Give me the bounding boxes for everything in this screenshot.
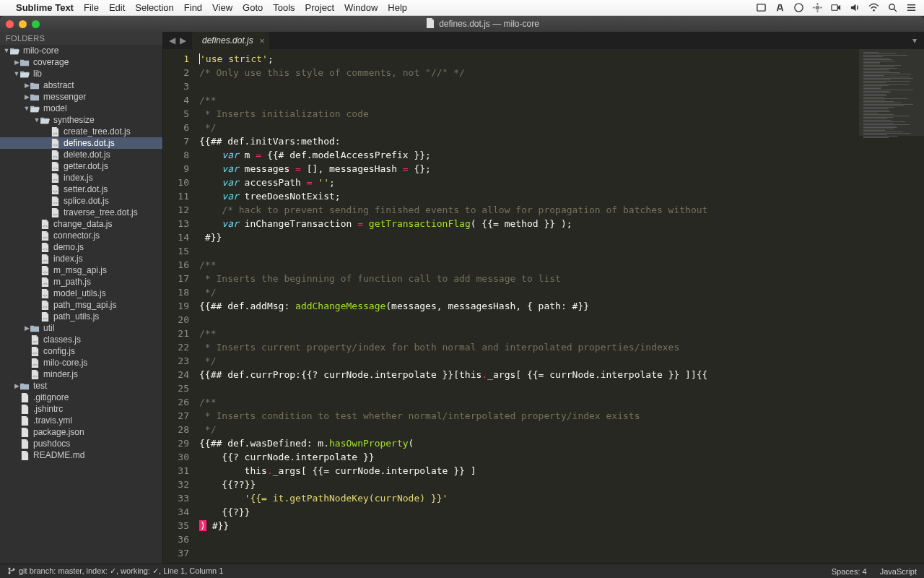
code-line[interactable]: /* Only use this style of comments, not … bbox=[195, 66, 859, 79]
menu-help[interactable]: Help bbox=[388, 2, 407, 13]
zoom-window-button[interactable] bbox=[32, 20, 40, 28]
code-line[interactable]: {{## def.initVars:method: bbox=[195, 134, 859, 148]
file-item-delete-dot-js[interactable]: <>delete.dot.js bbox=[0, 149, 162, 160]
minimap[interactable] bbox=[859, 49, 924, 564]
code-line[interactable]: {{## def.addMsg: addChangeMessage(messag… bbox=[195, 299, 859, 313]
disclosure-arrow-icon[interactable]: ▼ bbox=[13, 70, 20, 77]
line-number[interactable]: 2 bbox=[163, 66, 189, 79]
line-number[interactable]: 32 bbox=[163, 478, 189, 491]
file-item-setter-dot-js[interactable]: <>setter.dot.js bbox=[0, 184, 162, 195]
line-number[interactable]: 8 bbox=[163, 148, 189, 162]
file-item-index-js[interactable]: <>index.js bbox=[0, 253, 162, 264]
disclosure-arrow-icon[interactable]: ▼ bbox=[33, 116, 40, 124]
line-number[interactable]: 13 bbox=[163, 217, 189, 230]
line-number[interactable]: 5 bbox=[163, 107, 189, 121]
code-line[interactable]: var treeDoesNotExist; bbox=[195, 189, 859, 203]
code-line[interactable] bbox=[195, 546, 859, 560]
close-tab-icon[interactable]: × bbox=[259, 35, 265, 46]
folder-item-coverage[interactable]: ▶coverage bbox=[0, 56, 162, 68]
code-line[interactable] bbox=[195, 79, 859, 93]
code-line[interactable] bbox=[195, 244, 859, 258]
code-line[interactable] bbox=[195, 381, 859, 395]
folder-item-test[interactable]: ▶test bbox=[0, 380, 162, 392]
tab-overflow-icon[interactable]: ▾ bbox=[905, 32, 924, 49]
line-number[interactable]: 26 bbox=[163, 395, 189, 409]
code-line[interactable]: */ bbox=[195, 285, 859, 299]
menubar-wifi-icon[interactable] bbox=[868, 2, 879, 14]
disclosure-arrow-icon[interactable]: ▶ bbox=[23, 324, 30, 332]
code-line[interactable]: 'use strict'; bbox=[195, 52, 859, 66]
line-number[interactable]: 21 bbox=[163, 327, 189, 340]
file-item-path_utils-js[interactable]: <>path_utils.js bbox=[0, 311, 162, 322]
line-number[interactable]: 7 bbox=[163, 134, 189, 148]
menu-edit[interactable]: Edit bbox=[109, 2, 125, 13]
code-line[interactable]: * Inserts the beginning of function call… bbox=[195, 272, 859, 285]
menu-window[interactable]: Window bbox=[344, 2, 378, 13]
code-line[interactable]: * Inserts condition to test whether norm… bbox=[195, 409, 859, 423]
disclosure-arrow-icon[interactable]: ▶ bbox=[23, 93, 30, 100]
status-left[interactable]: git branch: master, index: ✓, working: ✓… bbox=[19, 566, 223, 577]
line-number[interactable]: 12 bbox=[163, 203, 189, 217]
nav-back-icon[interactable]: ◀ bbox=[169, 35, 175, 46]
code-line[interactable]: {{? currNode.interpolate }} bbox=[195, 450, 859, 464]
menu-selection[interactable]: Selection bbox=[135, 2, 173, 13]
code-line[interactable]: /* hack to prevent sending finished even… bbox=[195, 203, 859, 217]
line-number[interactable]: 6 bbox=[163, 121, 189, 134]
code-line[interactable] bbox=[195, 313, 859, 327]
line-number[interactable]: 17 bbox=[163, 272, 189, 285]
menu-find[interactable]: Find bbox=[184, 2, 202, 13]
menubar-volume-icon[interactable] bbox=[849, 2, 860, 14]
folder-item-lib[interactable]: ▼lib bbox=[0, 68, 162, 79]
line-number[interactable]: 16 bbox=[163, 258, 189, 272]
file-item-traverse_tree-dot-js[interactable]: <>traverse_tree.dot.js bbox=[0, 207, 162, 218]
minimize-window-button[interactable] bbox=[19, 20, 27, 28]
line-number[interactable]: 23 bbox=[163, 354, 189, 368]
menubar-spotlight-icon[interactable] bbox=[886, 2, 898, 14]
file-item-splice-dot-js[interactable]: <>splice.dot.js bbox=[0, 195, 162, 207]
menubar-hamburger-icon[interactable] bbox=[905, 2, 917, 14]
line-number[interactable]: 4 bbox=[163, 93, 189, 107]
code-line[interactable]: /** bbox=[195, 258, 859, 272]
file-item-milo-core-js[interactable]: <>milo-core.js bbox=[0, 357, 162, 368]
code-line[interactable]: #}} bbox=[195, 230, 859, 244]
code-line[interactable]: * Inserts initialization code bbox=[195, 107, 859, 121]
code-line[interactable]: var m = {{# def.modelAccessPrefix }}; bbox=[195, 148, 859, 162]
line-number[interactable]: 31 bbox=[163, 464, 189, 478]
line-number[interactable]: 10 bbox=[163, 176, 189, 189]
code-line[interactable]: /** bbox=[195, 395, 859, 409]
line-number[interactable]: 28 bbox=[163, 423, 189, 436]
code-line[interactable]: * Inserts current property/index for bot… bbox=[195, 340, 859, 354]
code-line[interactable]: {{?}} bbox=[195, 505, 859, 519]
folder-item-abstract[interactable]: ▶abstract bbox=[0, 79, 162, 91]
code-line[interactable]: ) #}} bbox=[195, 519, 859, 532]
code-line[interactable]: */ bbox=[195, 121, 859, 134]
menubar-sync-icon[interactable] bbox=[793, 2, 804, 14]
status-spaces[interactable]: Spaces: 4 bbox=[832, 567, 867, 576]
line-number[interactable]: 36 bbox=[163, 532, 189, 546]
file-item-classes-js[interactable]: <>classes.js bbox=[0, 334, 162, 345]
line-number[interactable]: 33 bbox=[163, 491, 189, 505]
folder-item-messenger[interactable]: ▶messenger bbox=[0, 91, 162, 103]
file-item-connector-js[interactable]: <>connector.js bbox=[0, 230, 162, 241]
code-line[interactable]: this._args[ {{= currNode.interpolate }} … bbox=[195, 464, 859, 478]
file-item-pushdocs[interactable]: pushdocs bbox=[0, 438, 162, 449]
tab-defines-dot-js[interactable]: defines.dot.js × bbox=[192, 32, 269, 49]
line-number[interactable]: 24 bbox=[163, 368, 189, 381]
line-number[interactable]: 27 bbox=[163, 409, 189, 423]
file-item-index-js[interactable]: <>index.js bbox=[0, 172, 162, 184]
file-item-path_msg_api-js[interactable]: <>path_msg_api.js bbox=[0, 299, 162, 311]
code-line[interactable]: {{??}} bbox=[195, 478, 859, 491]
line-number[interactable]: 25 bbox=[163, 381, 189, 395]
file-item-defines-dot-js[interactable]: <>defines.dot.js bbox=[0, 137, 162, 149]
line-number[interactable]: 14 bbox=[163, 230, 189, 244]
folder-item-model[interactable]: ▼model bbox=[0, 103, 162, 114]
disclosure-arrow-icon[interactable]: ▶ bbox=[13, 382, 20, 389]
folder-item-util[interactable]: ▶util bbox=[0, 322, 162, 334]
menu-goto[interactable]: Goto bbox=[243, 2, 263, 13]
code-line[interactable]: var inChangeTransaction = getTransaction… bbox=[195, 217, 859, 230]
disclosure-arrow-icon[interactable]: ▼ bbox=[3, 47, 10, 54]
code-line[interactable]: '{{= it.getPathNodeKey(currNode) }}' bbox=[195, 491, 859, 505]
line-number[interactable]: 1 bbox=[163, 52, 189, 66]
menubar-tray-icon[interactable] bbox=[755, 2, 767, 14]
code-line[interactable]: /** bbox=[195, 327, 859, 340]
